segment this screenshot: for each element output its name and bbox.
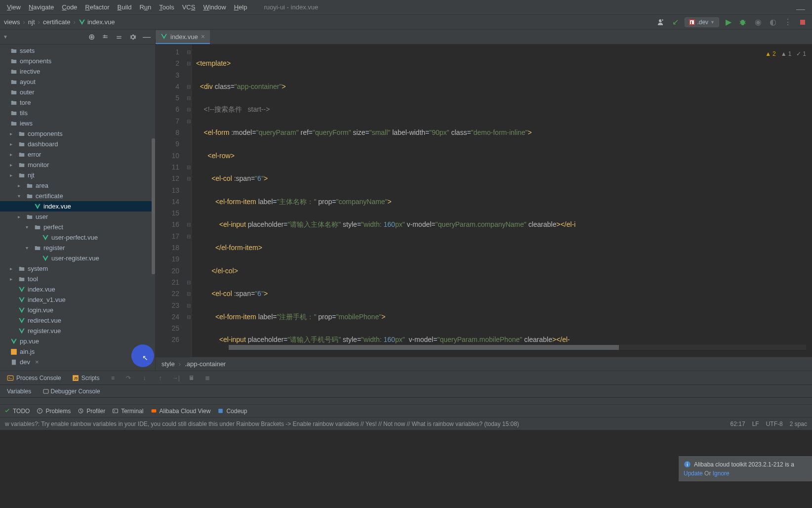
tree-item-monitor[interactable]: ▸monitor (0, 160, 155, 170)
scrollbar-thumb[interactable] (152, 138, 155, 274)
tree-item-register-vue[interactable]: register.vue (0, 326, 155, 336)
threads-icon[interactable]: ≡ (107, 373, 118, 383)
tree-item-omponents[interactable]: omponents (0, 56, 155, 66)
tree-item-user-perfect-vue[interactable]: user-perfect.vue (0, 232, 155, 243)
user-add-icon[interactable] (655, 17, 666, 28)
tree-item-ssets[interactable]: ssets (0, 45, 155, 56)
menu-code[interactable]: Code (59, 2, 80, 12)
breadcrumb-item[interactable]: certificate (43, 18, 71, 26)
attach-icon[interactable]: ⋮ (782, 17, 793, 28)
tree-item-tore[interactable]: tore (0, 97, 155, 108)
line-separator[interactable]: LF (752, 421, 759, 427)
warning-badge[interactable]: ▲ 2 (765, 48, 776, 60)
caret-position[interactable]: 62:17 (731, 421, 745, 427)
menu-view[interactable]: View (4, 2, 24, 12)
menu-vcs[interactable]: VCS (179, 2, 199, 12)
inspection-widget[interactable]: ▲ 2 ▲ 1 ✓ 1 (765, 48, 806, 60)
tree-item-error[interactable]: ▸error (0, 149, 155, 160)
evaluate-icon[interactable]: 🖩 (186, 373, 197, 383)
tree-item-ain-js[interactable]: ain.js (0, 346, 155, 357)
tree-item-redirect-vue[interactable]: redirect.vue (0, 315, 155, 326)
chevron-down-icon[interactable]: ▼ (3, 34, 8, 40)
run-to-cursor-icon[interactable]: →| (170, 373, 181, 383)
locate-icon[interactable]: ⊕ (86, 32, 97, 42)
editor-tab[interactable]: index.vue × (156, 30, 210, 44)
editor-body[interactable]: 1234567891011121314151617181920212223242… (156, 44, 812, 357)
update-link[interactable]: Update (684, 470, 703, 477)
build-hammer-icon[interactable]: ↙ (670, 17, 681, 28)
fold-gutter[interactable]: ⊟⊟⊟⊟⊟⊟⊟⊟⊟⊟⊟⊟⊟⊟ (185, 44, 192, 357)
breadcrumb-item[interactable]: .app-container (185, 360, 226, 368)
close-icon[interactable]: × (201, 33, 205, 41)
tree-item-certificate[interactable]: ▾certificate (0, 191, 155, 201)
tree-item-index_v1-vue[interactable]: index_v1.vue (0, 295, 155, 305)
tree-item-ayout[interactable]: ayout (0, 77, 155, 87)
window-minimize-icon[interactable]: — (796, 4, 805, 14)
hide-icon[interactable]: — (141, 32, 152, 42)
menu-refactor[interactable]: Refactor (82, 2, 112, 12)
breadcrumb-item[interactable]: njt (28, 18, 35, 26)
breadcrumb-item[interactable]: index.vue (79, 18, 115, 26)
tree-item-tool[interactable]: ▸tool (0, 274, 155, 284)
tree-item-pp-vue[interactable]: pp.vue (0, 336, 155, 346)
profiler-tab[interactable]: Profiler (78, 408, 105, 415)
run-button[interactable]: ▶ (723, 17, 734, 28)
trace-icon[interactable]: ≣ (202, 373, 213, 383)
step-into-icon[interactable]: ↓ (139, 373, 150, 383)
breadcrumb-item[interactable]: views (4, 18, 20, 26)
code-area[interactable]: <template> <div class="app-container"> <… (192, 44, 812, 357)
scrollbar-thumb[interactable] (229, 345, 619, 350)
tree-item-register[interactable]: ▾register (0, 243, 155, 253)
variables-tab[interactable]: Variables (4, 386, 34, 396)
codeup-tab[interactable]: Codeup (217, 408, 247, 415)
status-message[interactable]: w variables?: Try enable rainbow variabl… (5, 421, 731, 427)
process-console-tab[interactable]: Process Console (4, 373, 64, 383)
code-breadcrumb[interactable]: style › .app-container (156, 357, 812, 371)
step-over-icon[interactable]: ↷ (123, 373, 134, 383)
menu-help[interactable]: Help (231, 2, 250, 12)
tree-item-components[interactable]: ▸components (0, 128, 155, 139)
coverage-icon[interactable]: ◉ (753, 17, 764, 28)
tree-item-login-vue[interactable]: login.vue (0, 305, 155, 315)
run-config-selector[interactable]: .dev ▼ (685, 17, 719, 27)
tree-item-index-vue[interactable]: index.vue (0, 201, 155, 212)
alibaba-cloud-tab[interactable]: Alibaba Cloud View (151, 408, 211, 415)
profiler-icon[interactable]: ◐ (768, 17, 778, 28)
typo-badge[interactable]: ✓ 1 (796, 48, 806, 60)
menu-build[interactable]: Build (115, 2, 135, 12)
step-out-icon[interactable]: ↑ (155, 373, 165, 383)
tree-item-njt[interactable]: ▸njt (0, 170, 155, 180)
problems-tab[interactable]: Problems (37, 408, 71, 415)
terminal-tab[interactable]: Terminal (112, 408, 143, 415)
settings-icon[interactable] (127, 32, 138, 42)
scripts-tab[interactable]: JS Scripts (69, 373, 103, 383)
menu-tools[interactable]: Tools (156, 2, 177, 12)
stop-button[interactable] (797, 17, 808, 28)
tree-item-index-vue[interactable]: index.vue (0, 284, 155, 295)
tree-item-irective[interactable]: irective (0, 66, 155, 77)
tree-item-dashboard[interactable]: ▸dashboard (0, 139, 155, 149)
horizontal-scrollbar[interactable] (229, 345, 806, 350)
todo-tab[interactable]: TODO (4, 408, 30, 415)
project-tree[interactable]: ssetsomponentsirectiveayoutoutertoretils… (0, 44, 155, 371)
tree-item-perfect[interactable]: ▾perfect (0, 222, 155, 232)
debug-button[interactable] (738, 17, 749, 28)
encoding[interactable]: UTF-8 (766, 421, 783, 427)
menu-run[interactable]: Run (136, 2, 154, 12)
tree-item-dev[interactable]: dev × (0, 357, 155, 367)
indent[interactable]: 2 spac (790, 421, 807, 427)
ignore-link[interactable]: Ignore (713, 470, 730, 477)
tree-item-system[interactable]: ▸system (0, 263, 155, 274)
tree-item-user-register-vue[interactable]: user-register.vue (0, 253, 155, 263)
tree-item-area[interactable]: ▸area (0, 180, 155, 191)
breadcrumb-item[interactable]: style (162, 360, 175, 368)
tree-item-outer[interactable]: outer (0, 87, 155, 97)
debugger-console-tab[interactable]: Debugger Console (40, 386, 103, 396)
collapse-all-icon[interactable] (114, 32, 124, 42)
weak-warning-badge[interactable]: ▲ 1 (781, 48, 792, 60)
menu-navigate[interactable]: Navigate (26, 2, 57, 12)
expand-all-icon[interactable] (100, 32, 111, 42)
tree-item-iews[interactable]: iews (0, 118, 155, 128)
menu-window[interactable]: Window (200, 2, 229, 12)
tree-item-tils[interactable]: tils (0, 108, 155, 118)
